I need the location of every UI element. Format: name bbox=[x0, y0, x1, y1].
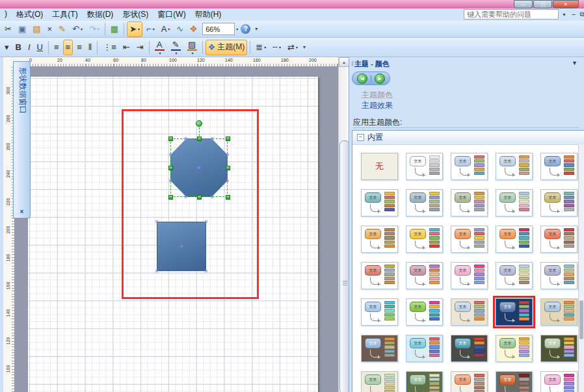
zoom-combo[interactable]: 66% bbox=[202, 23, 235, 35]
menu-item-0[interactable]: ) bbox=[0, 8, 12, 21]
theme-thumbnail-25[interactable]: 文本 bbox=[361, 335, 398, 362]
builtin-section-header[interactable]: − 内置 bbox=[352, 131, 584, 145]
theme-thumbnail-23[interactable]: 文本 bbox=[496, 298, 533, 326]
selection-handle[interactable] bbox=[226, 137, 230, 141]
text-tool-button[interactable]: A▾ bbox=[159, 21, 173, 37]
dropdown-arrow-icon[interactable]: ▾ bbox=[138, 27, 140, 31]
copy-button[interactable]: ▣ bbox=[16, 21, 29, 37]
shape-data-window-tab[interactable]: 形状数据窗口 × bbox=[13, 61, 31, 218]
theme-thumbnail-28[interactable]: 文本 bbox=[496, 335, 533, 362]
italic-button[interactable]: I bbox=[25, 40, 33, 55]
theme-thumbnail-3[interactable]: 文本 bbox=[496, 153, 533, 180]
theme-button[interactable]: ❖主题(M) bbox=[206, 40, 248, 55]
theme-thumbnail-8[interactable]: 文本 bbox=[496, 189, 533, 216]
line-weight-button[interactable]: ≣▾ bbox=[253, 40, 269, 55]
dropdown-arrow-icon[interactable]: ▾ bbox=[153, 27, 155, 31]
theme-thumbnail-31[interactable]: 文本 bbox=[406, 371, 443, 392]
menu-item-2[interactable]: 工具(T) bbox=[47, 8, 82, 21]
canvas-vertical-scrollbar[interactable]: ▲ bbox=[338, 57, 349, 392]
help-dropdown-icon[interactable]: ▼ bbox=[560, 9, 568, 20]
document-minimize-icon[interactable]: – bbox=[570, 10, 577, 18]
scrollbar-thumb[interactable] bbox=[579, 300, 583, 339]
theme-thumbnail-11[interactable]: 文本 bbox=[406, 226, 443, 253]
menu-item-6[interactable]: 帮助(H) bbox=[191, 8, 226, 21]
bullets-button[interactable]: ⋮≡ bbox=[100, 40, 119, 55]
forward-icon[interactable]: ▶ bbox=[375, 73, 385, 84]
dropdown-arrow-icon[interactable]: ▾ bbox=[159, 51, 161, 55]
toolbar-overflow-icon[interactable]: ▾ bbox=[255, 26, 257, 32]
menu-item-3[interactable]: 数据(D) bbox=[83, 8, 118, 21]
theme-thumbnail-26[interactable]: 文本 bbox=[406, 335, 443, 362]
visio-help-icon[interactable]: ? bbox=[241, 24, 250, 34]
theme-thumbnail-34[interactable]: 文本 bbox=[540, 371, 577, 392]
fill-color-button[interactable]: ▨▾ bbox=[185, 39, 200, 55]
menu-item-4[interactable]: 形状(S) bbox=[118, 8, 153, 21]
font-color-button[interactable]: A▾ bbox=[152, 39, 167, 55]
dropdown-arrow-icon[interactable]: ▾ bbox=[264, 45, 266, 49]
align-center-button[interactable]: ≡ bbox=[63, 40, 73, 55]
back-icon[interactable]: ◀ bbox=[357, 73, 367, 84]
scroll-up-icon[interactable]: ▲ bbox=[339, 57, 349, 67]
theme-effects-link[interactable]: 主题效果 bbox=[362, 100, 393, 111]
line-ends-button[interactable]: ⇄▾ bbox=[285, 40, 300, 55]
theme-list-scrollbar[interactable] bbox=[578, 144, 584, 392]
selection-handle[interactable] bbox=[168, 166, 173, 170]
format-toolbar-overflow-icon[interactable]: ▾ bbox=[303, 44, 305, 50]
pan-zoom-button[interactable]: ✥ bbox=[187, 21, 200, 37]
dropdown-arrow-icon[interactable]: ▾ bbox=[296, 45, 298, 49]
theme-thumbnail-17[interactable]: 文本 bbox=[451, 262, 488, 289]
task-pane-menu-icon[interactable]: ▼ bbox=[572, 60, 577, 66]
theme-thumbnail-24[interactable]: 文本 bbox=[540, 298, 577, 326]
undo-button[interactable]: ↶▾ bbox=[70, 21, 85, 37]
theme-thumbnail-20[interactable]: 文本 bbox=[361, 298, 398, 326]
selection-handle[interactable] bbox=[168, 137, 173, 141]
increase-indent-button[interactable]: ⇥ bbox=[134, 40, 146, 55]
bold-button[interactable]: B bbox=[13, 40, 24, 55]
window-close-icon[interactable]: ✕ bbox=[553, 0, 579, 8]
underline-button[interactable]: U bbox=[34, 40, 46, 55]
align-left-button[interactable]: ≡ bbox=[51, 40, 62, 55]
decrease-indent-button[interactable]: ⇤ bbox=[120, 40, 133, 55]
theme-colors-link[interactable]: 主题颜色 bbox=[362, 90, 393, 101]
theme-thumbnail-13[interactable]: 文本 bbox=[496, 226, 533, 253]
dropdown-arrow-icon[interactable]: ▾ bbox=[279, 45, 281, 49]
align-right-button[interactable]: ≡ bbox=[74, 40, 85, 55]
close-icon[interactable]: × bbox=[14, 208, 30, 215]
selection-handle[interactable] bbox=[226, 195, 230, 200]
theme-thumbnail-18[interactable]: 文本 bbox=[496, 262, 533, 289]
freeform-tool-button[interactable]: ∿ bbox=[174, 21, 186, 37]
theme-thumbnail-1[interactable]: 文本 bbox=[406, 153, 443, 180]
theme-thumbnail-29[interactable]: 文本 bbox=[540, 335, 577, 362]
menu-item-1[interactable]: 格式(O) bbox=[12, 8, 47, 21]
dropdown-arrow-icon[interactable]: ▾ bbox=[98, 27, 100, 31]
theme-thumbnail-7[interactable]: 文本 bbox=[451, 189, 488, 216]
rotation-handle[interactable] bbox=[196, 120, 202, 127]
dropdown-arrow-icon[interactable]: ▾ bbox=[176, 51, 178, 55]
task-pane-titlebar[interactable]: ⁞⁞ 主题 - 颜色 ▼ bbox=[349, 57, 584, 70]
theme-thumbnail-33[interactable]: 文本 bbox=[496, 371, 533, 392]
drawing-window-button[interactable]: ▦ bbox=[108, 21, 121, 37]
font-size-dropdown-button[interactable]: ▾ bbox=[2, 40, 12, 55]
theme-thumbnail-10[interactable]: 文本 bbox=[361, 226, 398, 253]
selection-handle[interactable] bbox=[197, 195, 202, 200]
theme-thumbnail-27[interactable]: 文本 bbox=[451, 335, 488, 362]
vertical-text-button[interactable]: ⫴ bbox=[86, 40, 94, 55]
document-restore-icon[interactable]: ⧉ bbox=[578, 10, 584, 18]
help-question-input[interactable] bbox=[464, 9, 559, 20]
theme-thumbnail-30[interactable]: 文本 bbox=[361, 371, 398, 392]
selection-handle[interactable] bbox=[226, 166, 230, 170]
menu-item-5[interactable]: 窗口(W) bbox=[153, 8, 190, 21]
zoom-dropdown-icon[interactable]: ▾ bbox=[236, 27, 238, 31]
theme-thumbnail-5[interactable]: 文本 bbox=[361, 189, 398, 216]
theme-thumbnail-4[interactable]: 文本 bbox=[540, 153, 577, 180]
theme-none-option[interactable]: 无 bbox=[361, 153, 398, 180]
line-pattern-button[interactable]: ╌▾ bbox=[270, 40, 284, 55]
pointer-tool-button[interactable]: ➤▾ bbox=[127, 21, 142, 37]
theme-thumbnail-32[interactable]: 文本 bbox=[451, 371, 488, 392]
theme-thumbnail-12[interactable]: 文本 bbox=[451, 226, 488, 253]
collapse-icon[interactable]: − bbox=[357, 134, 364, 141]
drawing-canvas[interactable]: ×××××××××××××× bbox=[14, 66, 338, 392]
delete-button[interactable]: × bbox=[45, 21, 55, 37]
theme-thumbnail-15[interactable]: 文本 bbox=[361, 262, 398, 289]
theme-thumbnail-19[interactable]: 文本 bbox=[540, 262, 577, 289]
